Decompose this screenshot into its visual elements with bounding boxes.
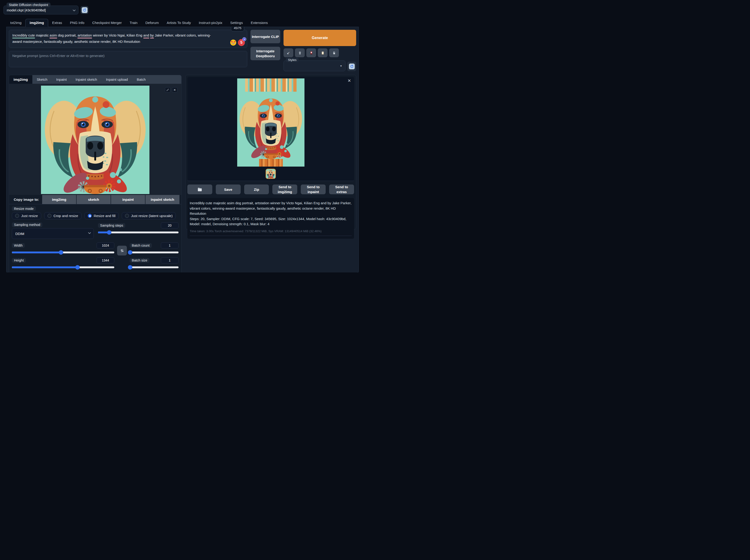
- gallery-thumbnail-selected[interactable]: [265, 169, 276, 179]
- img2img-source-card: img2imgSketchInpaintInpaint sketchInpain…: [9, 75, 181, 273]
- width-input[interactable]: [97, 242, 114, 248]
- tab-extras[interactable]: Extras: [48, 19, 66, 27]
- resize-mode-label: Resize mode: [12, 206, 36, 211]
- prompt-segment: winner by Victo Ngai, Kilian Eng: [92, 33, 143, 37]
- radio-option-label: Just resize (latent upscale): [131, 214, 173, 218]
- radio-icon: [47, 214, 52, 218]
- batch-size-input[interactable]: [161, 257, 179, 263]
- styles-dropdown[interactable]: Styles ▼: [283, 60, 346, 71]
- remove-image-button[interactable]: ✕: [172, 87, 177, 93]
- save-button[interactable]: Save: [216, 184, 241, 194]
- stretched-bottom-pixels: [259, 158, 283, 166]
- floppy-disk-icon[interactable]: [329, 48, 339, 57]
- prompt-segment: by: [150, 33, 154, 38]
- tab-train[interactable]: Train: [126, 19, 141, 27]
- edit-image-button[interactable]: [165, 87, 171, 93]
- resize-option-just-resize-latent-upscale[interactable]: Just resize (latent upscale): [122, 212, 176, 219]
- interrogate-clip-button[interactable]: Interrogate CLIP: [251, 30, 280, 43]
- prompt-tools: ↙: [283, 48, 356, 57]
- source-image-area[interactable]: ✕: [9, 84, 181, 195]
- copy-to-inpaint-button[interactable]: inpaint: [111, 195, 145, 204]
- thumbnail-image: [266, 169, 275, 178]
- close-icon[interactable]: ✕: [348, 79, 351, 83]
- stretched-top-pixels: [245, 78, 297, 93]
- batch-count-slider[interactable]: [130, 252, 179, 253]
- interrogate-deepbooru-button[interactable]: Interrogate DeepBooru: [251, 47, 280, 60]
- slider-knob[interactable]: [128, 265, 133, 269]
- tab-png-info[interactable]: PNG Info: [66, 19, 88, 27]
- slider-knob[interactable]: [107, 230, 112, 235]
- flower-card-icon[interactable]: [306, 48, 316, 57]
- send-to-inpaint-button[interactable]: Send to inpaint: [301, 184, 325, 194]
- radio-icon: [15, 214, 19, 218]
- sampling-steps-slider[interactable]: [98, 232, 179, 233]
- checkpoint-selector: Stable Diffusion checkpoint model.ckpt […: [3, 5, 88, 15]
- prompt-section: 45/75 Incredibly cute majestic asim dog …: [9, 30, 356, 71]
- swap-dimensions-button[interactable]: [117, 246, 127, 256]
- prompt-text: Incredibly cute majestic asim dog portra…: [12, 33, 211, 43]
- tab-extensions[interactable]: Extensions: [247, 19, 272, 27]
- width-label: Width: [12, 243, 25, 248]
- zip-button[interactable]: Zip: [244, 184, 269, 194]
- chevron-down-icon: [88, 232, 91, 234]
- img2img-subtab-batch[interactable]: Batch: [132, 75, 150, 84]
- radio-icon: [88, 214, 92, 218]
- batch-size-slider[interactable]: [130, 266, 179, 268]
- dropdown-arrow-icon: ▼: [340, 65, 342, 67]
- prompt-input[interactable]: 45/75 Incredibly cute majestic asim dog …: [9, 30, 247, 48]
- generate-button[interactable]: Generate: [283, 30, 356, 46]
- sampling-steps-label: Sampling steps: [98, 223, 125, 228]
- resize-mode-options: Just resizeCrop and resizeResize and fil…: [12, 212, 179, 219]
- tab-instruct-pix2pix[interactable]: Instruct-pix2pix: [195, 19, 226, 27]
- copy-to-img2img-button[interactable]: img2img: [42, 195, 76, 204]
- checkpoint-refresh-button[interactable]: [81, 6, 88, 14]
- refresh-icon: [82, 7, 87, 13]
- tab-img2img[interactable]: img2img: [25, 19, 48, 27]
- resize-option-just-resize[interactable]: Just resize: [12, 212, 41, 219]
- img2img-subtab-inpaint-upload[interactable]: Inpaint upload: [101, 75, 132, 84]
- reaction-count-badge: 5 +: [238, 39, 245, 46]
- height-input[interactable]: [97, 257, 114, 263]
- checkpoint-dropdown[interactable]: Stable Diffusion checkpoint model.ckpt […: [3, 5, 78, 15]
- copy-to-sketch-button[interactable]: sketch: [77, 195, 111, 204]
- resize-option-crop-and-resize[interactable]: Crop and resize: [44, 212, 81, 219]
- token-counter: 45/75: [231, 27, 244, 32]
- copy-to-inpaint-sketch-button[interactable]: inpaint sketch: [145, 195, 179, 204]
- clipboard-icon[interactable]: [318, 48, 328, 57]
- send-to-img2img-button[interactable]: Send to img2img: [272, 184, 297, 194]
- width-slider[interactable]: [12, 252, 114, 253]
- tab-artists-to-study[interactable]: Artists To Study: [163, 19, 195, 27]
- generation-info: Incredibly cute majestic asim dog portra…: [188, 198, 354, 239]
- batch-count-input[interactable]: [161, 242, 179, 248]
- slider-knob[interactable]: [75, 265, 80, 269]
- checkpoint-value: model.ckpt [43c90409bd]: [7, 8, 46, 12]
- open-folder-button[interactable]: [188, 184, 212, 194]
- negative-prompt-input[interactable]: [9, 51, 247, 67]
- trash-icon[interactable]: [295, 48, 305, 57]
- swap-arrows-icon: [120, 248, 124, 253]
- batch-count-label: Batch count: [130, 243, 152, 248]
- img2img-subtab-img2img[interactable]: img2img: [9, 75, 32, 84]
- slider-knob[interactable]: [128, 250, 133, 255]
- tab-txt2img[interactable]: txt2img: [6, 19, 25, 27]
- prompt-segment: Incredibly cute: [12, 33, 35, 38]
- sampling-method-dropdown[interactable]: DDIM: [12, 228, 94, 239]
- tab-checkpoint-merger[interactable]: Checkpoint Merger: [88, 19, 126, 27]
- generated-image[interactable]: [237, 78, 304, 166]
- send-to-extras-button[interactable]: Send to extras: [329, 184, 354, 194]
- southwest-arrow-icon[interactable]: ↙: [283, 48, 293, 57]
- img2img-subtab-inpaint-sketch[interactable]: Inpaint sketch: [71, 75, 102, 84]
- radio-option-label: Crop and resize: [54, 214, 78, 218]
- tab-deforum[interactable]: Deforum: [141, 19, 163, 27]
- img2img-subtab-inpaint[interactable]: Inpaint: [52, 75, 71, 84]
- sampling-steps-input[interactable]: [161, 222, 179, 228]
- slider-knob[interactable]: [59, 250, 63, 255]
- sampling-method-value: DDIM: [15, 232, 24, 236]
- img2img-panel: 45/75 Incredibly cute majestic asim dog …: [6, 27, 359, 273]
- tab-settings[interactable]: Settings: [226, 19, 247, 27]
- height-slider[interactable]: [12, 266, 114, 268]
- copy-image-label: Copy image to:: [9, 195, 42, 204]
- img2img-subtab-sketch[interactable]: Sketch: [32, 75, 52, 84]
- resize-option-resize-and-fill[interactable]: Resize and fill: [84, 212, 119, 219]
- styles-refresh-button[interactable]: [347, 62, 356, 71]
